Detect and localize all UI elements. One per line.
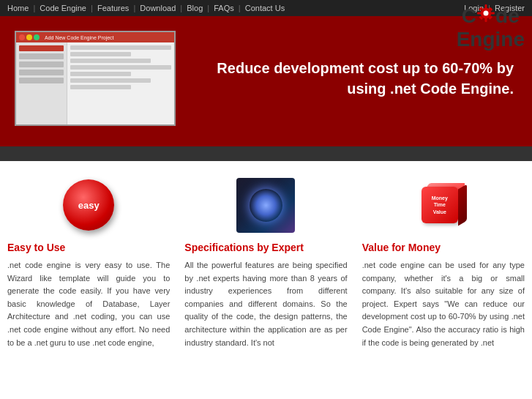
brain-glow: [250, 189, 282, 222]
ss-btn-max: [34, 34, 40, 40]
nav-left: Home | Code Engine | Features | Download…: [7, 4, 285, 12]
hero-screenshot: Add New Code Engine Project: [15, 31, 176, 126]
svg-point-1: [484, 11, 489, 16]
easy-button-icon: easy: [63, 179, 114, 231]
svg-rect-3: [485, 18, 487, 22]
nav-download[interactable]: Download: [140, 4, 176, 12]
logo-gear-icon: [476, 4, 495, 28]
svg-rect-2: [485, 4, 487, 8]
ss-body: [16, 42, 174, 124]
ss-title-text: Add New Code Engine Project: [45, 35, 114, 40]
nav-code-engine[interactable]: Code Engine: [40, 4, 86, 12]
nav-features[interactable]: Features: [97, 4, 129, 12]
value-text: .net code engine can be used for any typ…: [362, 259, 525, 349]
ss-btn-close: [19, 34, 25, 40]
svg-rect-5: [491, 12, 495, 15]
value-column: MoneyTimeValue Value for Money .net code…: [362, 176, 525, 349]
logo-line2: Engine: [457, 28, 525, 51]
nav-sep-2: |: [91, 4, 95, 12]
dice-icon-container: MoneyTimeValue: [362, 176, 525, 234]
easy-icon-container: easy: [7, 176, 170, 234]
nav-blog[interactable]: Blog: [187, 4, 203, 12]
ss-sidebar-item-3: [19, 61, 64, 67]
ss-sidebar-item-2: [19, 53, 64, 59]
ss-titlebar: Add New Code Engine Project: [16, 32, 174, 42]
easy-to-use-column: easy Easy to Use .net code engine is ver…: [7, 176, 170, 349]
dice-icon: MoneyTimeValue: [418, 179, 469, 231]
ss-main-area: [67, 42, 174, 124]
logo: C de Engi: [457, 4, 525, 51]
hero-banner: Add New Code Engine Project: [0, 16, 532, 141]
logo-c: C: [462, 4, 476, 28]
specifications-text: All the powerful features are being spec…: [184, 259, 347, 349]
logo-container: C de Engi: [457, 4, 525, 51]
ss-sidebar-item-1: [19, 45, 64, 51]
nav-sep-4: |: [180, 4, 184, 12]
nav-sep-5: |: [207, 4, 211, 12]
dice-side-face: [458, 184, 467, 226]
nav-sep-6: |: [239, 4, 243, 12]
nav-faqs[interactable]: FAQs: [214, 4, 234, 12]
dice-front-face: MoneyTimeValue: [422, 187, 458, 223]
ss-row-1: [70, 45, 171, 50]
ss-btn-min: [26, 34, 32, 40]
screenshot-simulation: Add New Code Engine Project: [16, 32, 174, 124]
nav-sep-3: |: [133, 4, 138, 12]
ss-row-2: [70, 52, 131, 56]
specifications-column: Specifications by Expert All the powerfu…: [184, 176, 347, 349]
nav-contact[interactable]: Contact Us: [245, 4, 285, 12]
ss-row-7: [70, 85, 131, 89]
easy-text: .net code engine is very easy to use. Th…: [7, 259, 170, 349]
logo-de: de: [495, 4, 520, 28]
brain-icon-container: [184, 176, 347, 234]
ss-sidebar-item-5: [19, 78, 64, 83]
svg-rect-4: [477, 12, 481, 15]
dark-stripe: [0, 146, 532, 161]
dice-text: MoneyTimeValue: [432, 195, 448, 215]
main-content: easy Easy to Use .net code engine is ver…: [0, 161, 532, 364]
ss-row-6: [70, 78, 151, 83]
easy-title: Easy to Use: [7, 242, 170, 253]
nav-home[interactable]: Home: [7, 4, 29, 12]
ss-sidebar: [16, 42, 67, 124]
navbar: Home | Code Engine | Features | Download…: [0, 0, 532, 16]
ss-row-5: [70, 72, 131, 76]
specifications-title: Specifications by Expert: [184, 242, 347, 253]
top-section: Home | Code Engine | Features | Download…: [0, 0, 532, 161]
value-title: Value for Money: [362, 242, 525, 253]
nav-sep-1: |: [33, 4, 37, 12]
logo-line1: C de: [457, 4, 525, 28]
red-stripe: [0, 141, 532, 146]
ss-row-3: [70, 59, 151, 63]
hero-text: Reduce development cost up to 60-70% by …: [176, 58, 525, 99]
brain-icon: [236, 178, 295, 233]
ss-row-4: [70, 65, 171, 70]
ss-sidebar-item-4: [19, 70, 64, 75]
